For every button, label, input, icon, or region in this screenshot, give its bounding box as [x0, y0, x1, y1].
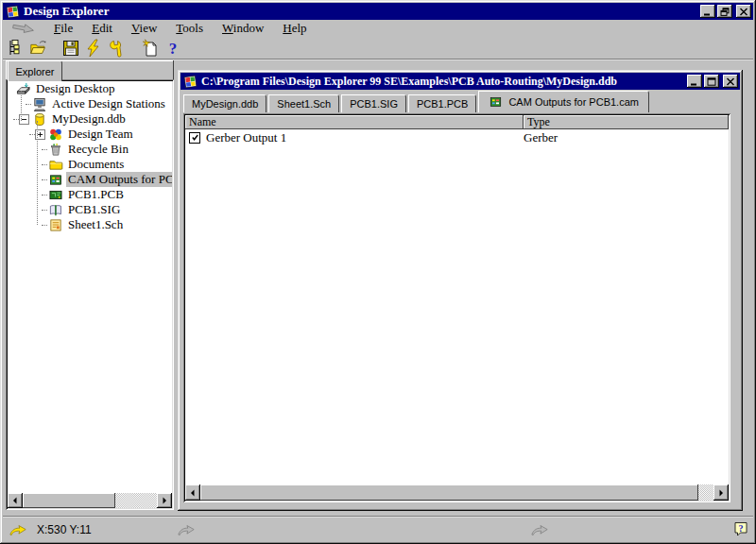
tree-item-mydesign-ddb[interactable]: MyDesign.ddb	[8, 111, 172, 127]
tree-item-pcb1-pcb[interactable]: PCB1.PCB	[8, 187, 172, 202]
app-icon	[5, 4, 20, 19]
document-close-button[interactable]	[723, 75, 738, 88]
cam-icon	[489, 95, 504, 110]
svg-text:?: ?	[739, 523, 744, 534]
cursor-position: X:530 Y:11	[37, 523, 92, 536]
scroll-track[interactable]	[698, 484, 713, 501]
explorer-panel: Explorer Design DesktopActive Design Sta…	[6, 60, 174, 510]
explorer-toggle-icon[interactable]	[5, 38, 27, 59]
svg-text:?: ?	[169, 40, 178, 58]
new-document-icon[interactable]	[139, 38, 162, 59]
document-tab[interactable]: PCB1.PCB	[408, 94, 476, 112]
document-maximize-button[interactable]	[704, 75, 719, 88]
menu-arrow-icon	[9, 22, 41, 35]
document-tab[interactable]: MyDesign.ddb	[183, 94, 266, 112]
menu-item[interactable]: View	[122, 21, 166, 36]
restore-button[interactable]	[717, 5, 732, 18]
app-icon	[182, 74, 198, 89]
schematic-icon	[47, 217, 63, 232]
database-icon	[31, 111, 47, 127]
swoosh-gray-icon	[530, 523, 551, 536]
document-tabs: MyDesign.ddb Sheet1.Sch PCB1.SIG PCB1.PC…	[183, 92, 737, 112]
help-icon[interactable]: ?	[162, 38, 184, 59]
tree-item-pcb1-sig[interactable]: PCB1.SIG	[8, 202, 172, 217]
tree-horizontal-scrollbar[interactable]	[8, 493, 172, 508]
tree-connector	[21, 91, 22, 121]
document-titlebar[interactable]: C:\Program Files\Design Explorer 99 SE\E…	[180, 73, 740, 90]
table-row[interactable]: Gerber Output 1 Gerber	[185, 129, 729, 145]
scroll-right-button[interactable]	[157, 493, 172, 508]
tree-item-documents[interactable]: Documents	[8, 157, 172, 172]
options-wrench-icon[interactable]	[105, 38, 128, 59]
sig-icon	[47, 202, 63, 217]
minimize-button[interactable]	[700, 5, 715, 18]
tree-item-cam-outputs-for-pc[interactable]: CAM Outputs for PC	[8, 172, 172, 187]
table-body: Gerber Output 1 Gerber	[185, 129, 729, 484]
design-explorer-window: Design Explorer File Edit View Tools Win…	[0, 0, 756, 544]
scroll-left-button[interactable]	[8, 493, 23, 508]
menu-item[interactable]: Edit	[82, 21, 122, 36]
explorer-tree: Design DesktopActive Design StationsMyDe…	[8, 81, 172, 493]
tab-explorer[interactable]: Explorer	[8, 60, 62, 81]
menu-item[interactable]: File	[44, 21, 82, 36]
help-bubble-icon[interactable]: ?	[733, 521, 748, 536]
menu-item[interactable]: Help	[273, 21, 316, 36]
document-tab[interactable]: Sheet1.Sch	[268, 94, 339, 112]
status-bar: X:530 Y:11 ?	[3, 516, 753, 541]
scroll-track[interactable]	[115, 493, 157, 508]
scroll-thumb[interactable]	[200, 484, 698, 501]
save-icon[interactable]	[60, 38, 82, 59]
tree-item-design-team[interactable]: Design Team	[8, 127, 172, 142]
open-folder-icon[interactable]	[27, 38, 50, 59]
tree-item-active-design-stations[interactable]: Active Design Stations	[8, 96, 172, 111]
menu-bar: File Edit View Tools Window Help	[3, 20, 753, 37]
document-tab[interactable]: PCB1.SIG	[341, 94, 406, 112]
row-type: Gerber	[520, 130, 729, 145]
document-title: C:\Program Files\Design Explorer 99 SE\E…	[201, 75, 685, 89]
cam-icon	[47, 172, 63, 187]
app-titlebar[interactable]: Design Explorer	[3, 3, 753, 20]
row-name: Gerber Output 1	[206, 130, 286, 145]
document-window: C:\Program Files\Design Explorer 99 SE\E…	[178, 70, 743, 511]
swoosh-gray-icon	[177, 523, 198, 536]
tree-view: Design DesktopActive Design StationsMyDe…	[6, 79, 174, 510]
toolbar-buttons: ?	[5, 38, 184, 59]
toolbar: ?	[3, 37, 753, 59]
scroll-left-button[interactable]	[185, 484, 200, 501]
column-header-name[interactable]: Name	[185, 115, 524, 129]
swoosh-yellow-icon	[9, 523, 29, 536]
workstation-icon	[31, 96, 47, 111]
document-tab[interactable]: CAM Outputs for PCB1.cam	[478, 91, 649, 112]
app-title: Design Explorer	[24, 4, 698, 19]
close-button[interactable]	[736, 5, 751, 18]
folder-icon	[47, 157, 63, 172]
compile-lightning-icon[interactable]	[82, 38, 105, 59]
scroll-thumb[interactable]	[23, 493, 115, 508]
list-horizontal-scrollbar[interactable]	[185, 484, 729, 501]
desktop-icon	[15, 81, 31, 96]
row-checkbox[interactable]	[189, 132, 200, 144]
tree-connector	[37, 121, 38, 225]
document-minimize-button[interactable]	[687, 75, 702, 88]
scroll-right-button[interactable]	[713, 484, 729, 501]
table-header: Name Type	[185, 115, 729, 129]
menu-item[interactable]: Window	[213, 21, 273, 36]
recycle-icon	[47, 142, 63, 157]
menu-items: File Edit View Tools Window Help	[44, 20, 317, 37]
tree-item-recycle-bin[interactable]: Recycle Bin	[8, 142, 172, 157]
tree-item-design-desktop[interactable]: Design Desktop	[8, 81, 172, 96]
column-header-type[interactable]: Type	[524, 115, 729, 129]
team-icon	[47, 127, 63, 142]
pcb-icon	[47, 187, 63, 202]
tree-item-sheet1-sch[interactable]: Sheet1.Sch	[8, 217, 172, 232]
cam-outputs-list: Name Type Gerber Output 1 Gerber	[183, 113, 730, 502]
menu-item[interactable]: Tools	[166, 21, 213, 36]
